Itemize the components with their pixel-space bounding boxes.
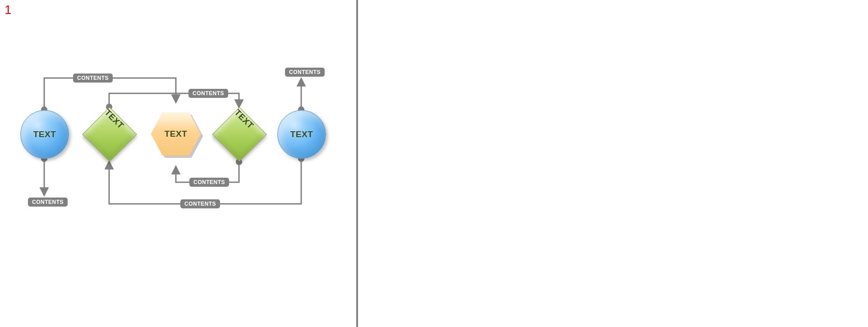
node-label: TEXT	[290, 129, 313, 139]
edge-label-top-mid: CONTENTS	[188, 89, 228, 98]
node-circle-1: TEXT	[20, 110, 69, 159]
node-circle-2: TEXT	[277, 110, 326, 159]
edge-label-top-right: CONTENTS	[285, 68, 325, 77]
node-label: TEXT	[233, 108, 256, 131]
node-hexagon: TEXT	[149, 111, 202, 157]
node-diamond-2: TEXT	[220, 115, 259, 154]
page: 1 TEXT TEXT TEXT TE	[0, 0, 868, 327]
page-number: 1	[5, 3, 12, 17]
node-label: TEXT	[103, 108, 126, 131]
node-diamond-1: TEXT	[90, 115, 129, 154]
edge-label-top-left: CONTENTS	[73, 74, 113, 83]
connectors	[0, 0, 361, 327]
watermark-fragment	[343, 84, 348, 101]
edge-label-bottom-mid-upper: CONTENTS	[189, 178, 229, 187]
edge-label-bottom-mid-lower: CONTENTS	[180, 199, 220, 208]
node-label: TEXT	[33, 129, 56, 139]
edge-label-bottom-left: CONTENTS	[28, 198, 68, 207]
node-label: TEXT	[165, 129, 188, 139]
vertical-divider	[356, 0, 358, 327]
